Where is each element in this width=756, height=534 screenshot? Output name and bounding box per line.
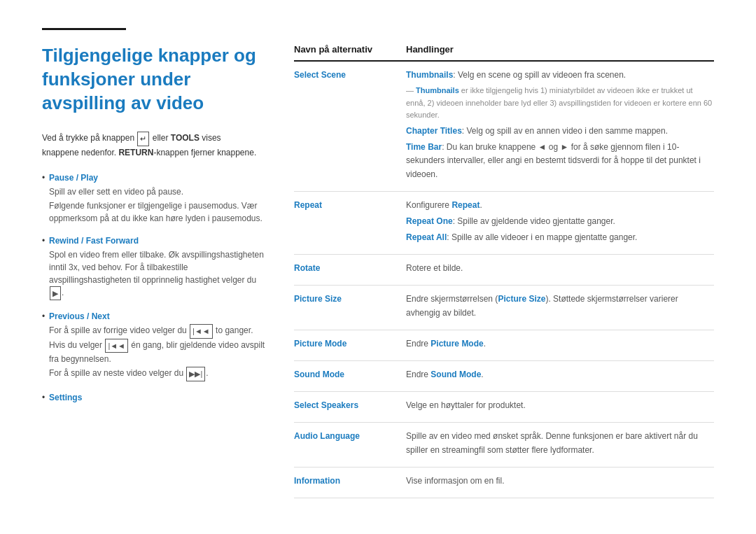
table-row-picture-mode: Picture Mode Endre Picture Mode. — [294, 330, 714, 361]
row-name-rotate: Rotate — [294, 262, 406, 273]
intro-text: Ved å trykke på knappen ↵ eller TOOLS vi… — [42, 132, 259, 159]
left-panel: Tilgjengelige knapper og funksjoner unde… — [42, 44, 266, 498]
row-name-information: Information — [294, 475, 406, 486]
table-row-audio-language: Audio Language Spille av en video med øn… — [294, 423, 714, 467]
row-content-select-scene: Thumbnails: Velg en scene og spill av vi… — [406, 69, 714, 184]
row-content-audio-language: Spille av en video med ønsket språk. Den… — [406, 430, 714, 459]
row-content-picture-mode: Endre Picture Mode. — [406, 337, 714, 353]
table-row-repeat: Repeat Konfigurere Repeat. Repeat One: S… — [294, 192, 714, 255]
table-row-rotate: Rotate Rotere et bilde. — [294, 255, 714, 286]
col-action-header: Handlinger — [406, 44, 714, 55]
list-item-previous-next: Previous / Next For å spille av forrige … — [42, 310, 266, 381]
table-row-sound-mode: Sound Mode Endre Sound Mode. — [294, 361, 714, 392]
row-name-select-speakers: Select Speakers — [294, 399, 406, 410]
row-name-sound-mode: Sound Mode — [294, 368, 406, 379]
row-name-select-scene: Select Scene — [294, 69, 406, 80]
table-row-picture-size: Picture Size Endre skjermstørrelsen (Pic… — [294, 286, 714, 330]
row-name-repeat: Repeat — [294, 199, 406, 210]
row-name-audio-language: Audio Language — [294, 430, 406, 441]
row-content-information: Vise informasjon om en fil. — [406, 475, 714, 491]
table-row-select-scene: Select Scene Thumbnails: Velg en scene o… — [294, 62, 714, 192]
table-row-information: Information Vise informasjon om en fil. — [294, 468, 714, 498]
bullet-title-settings: Settings — [49, 393, 82, 402]
bullet-title-rewind-ff: Rewind / Fast Forward — [49, 236, 139, 246]
list-item-settings: Settings — [42, 391, 266, 404]
bullet-list: Pause / Play Spill av eller sett en vide… — [42, 171, 266, 404]
list-item-rewind-ff: Rewind / Fast Forward Spol en video frem… — [42, 234, 266, 301]
row-name-picture-size: Picture Size — [294, 293, 406, 304]
table-row-select-speakers: Select Speakers Velge en høyttaler for p… — [294, 392, 714, 423]
col-name-header: Navn på alternativ — [294, 44, 406, 55]
bullet-title-pause-play: Pause / Play — [49, 173, 98, 183]
row-content-select-speakers: Velge en høyttaler for produktet. — [406, 399, 714, 415]
row-content-rotate: Rotere et bilde. — [406, 262, 714, 278]
list-item-pause-play: Pause / Play Spill av eller sett en vide… — [42, 171, 266, 225]
top-rule — [42, 28, 714, 30]
row-content-picture-size: Endre skjermstørrelsen (Picture Size). S… — [406, 293, 714, 322]
page-title: Tilgjengelige knapper og funksjoner unde… — [42, 44, 266, 115]
bullet-title-previous-next: Previous / Next — [49, 311, 110, 321]
table-header: Navn på alternativ Handlinger — [294, 44, 714, 62]
right-panel: Navn på alternativ Handlinger Select Sce… — [294, 44, 714, 498]
row-name-picture-mode: Picture Mode — [294, 337, 406, 349]
row-content-repeat: Konfigurere Repeat. Repeat One: Spille a… — [406, 199, 714, 248]
row-content-sound-mode: Endre Sound Mode. — [406, 368, 714, 384]
